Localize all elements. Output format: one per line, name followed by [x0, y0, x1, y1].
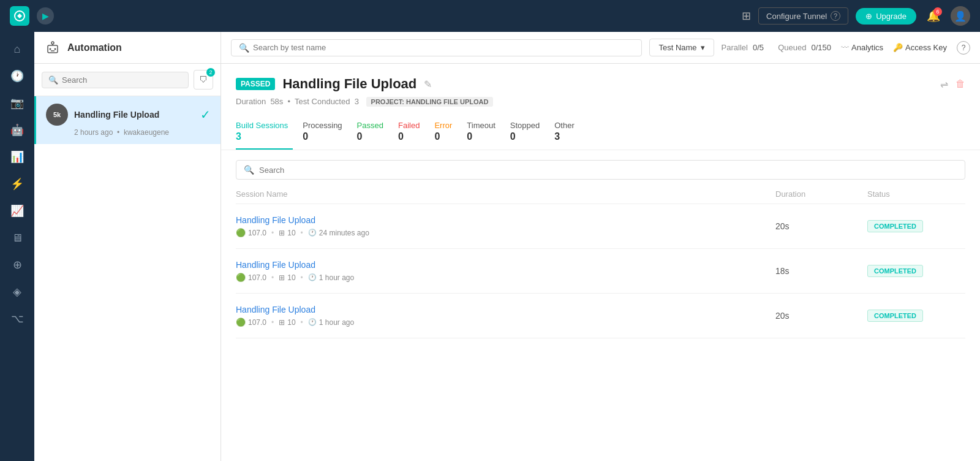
build-item-header: 5k Handling File Upload ✓	[46, 104, 211, 126]
sidebar-item-screenshot[interactable]: 📷	[5, 91, 29, 115]
main-layout: ⌂ 🕐 📷 🤖 📊 ⚡ 📈 🖥 ⊕ ◈ ⌥ Automati	[0, 32, 980, 461]
windows-version: ⊞ 10	[279, 229, 295, 237]
stat-tab-stopped[interactable]: Stopped 0	[510, 116, 554, 150]
build-detail-header: PASSED Handling File Upload ✎ ⇌ 🗑 Durati…	[221, 64, 980, 150]
passed-badge: PASSED	[236, 78, 275, 90]
build-search-input[interactable]	[62, 75, 182, 85]
windows-version: ⊞ 10	[279, 318, 295, 327]
stat-label: Passed	[357, 121, 383, 130]
time-ago: 🕐 1 hour ago	[308, 318, 354, 327]
build-item[interactable]: 5k Handling File Upload ✓ 2 hours ago • …	[34, 96, 221, 144]
sessions-search-input[interactable]	[259, 166, 957, 175]
browser-version: 🟢 107.0	[236, 228, 266, 237]
configure-tunnel-help: ?	[831, 11, 840, 21]
parallel-label: Parallel	[722, 43, 748, 52]
nav-forward-icon[interactable]: ▶	[37, 7, 54, 25]
user-avatar[interactable]: 👤	[951, 6, 970, 26]
session-duration: 18s	[775, 266, 867, 276]
upgrade-icon: ⊕	[865, 12, 872, 21]
test-name-label: Test Name	[658, 43, 696, 52]
stat-tab-failed[interactable]: Failed 0	[398, 116, 434, 150]
session-meta: 🟢 107.0 • ⊞ 10 • 🕐 1 hour ago	[236, 318, 775, 327]
session-row[interactable]: Handling File Upload 🟢 107.0 • ⊞ 10 • 🕐 …	[236, 204, 965, 249]
build-list: 5k Handling File Upload ✓ 2 hours ago • …	[34, 96, 221, 461]
automation-icon	[44, 39, 61, 56]
notifications-bell[interactable]: 🔔 6	[924, 6, 943, 26]
delete-icon[interactable]: 🗑	[956, 78, 965, 90]
stat-label: Stopped	[510, 121, 540, 130]
stat-value: 3	[554, 131, 560, 142]
sidebar-item-clock[interactable]: 🕐	[5, 64, 29, 88]
time-ago: 🕐 24 minutes ago	[308, 229, 369, 237]
session-meta: 🟢 107.0 • ⊞ 10 • 🕐 24 minutes ago	[236, 228, 775, 237]
stat-value: 0	[357, 131, 363, 142]
search-icon: 🔍	[48, 75, 58, 85]
session-info: Handling File Upload 🟢 107.0 • ⊞ 10 • 🕐 …	[236, 305, 775, 327]
toolbar-search-icon: 🔍	[239, 43, 249, 53]
automation-title: Automation	[67, 42, 211, 53]
sessions-list: Handling File Upload 🟢 107.0 • ⊞ 10 • 🕐 …	[236, 204, 965, 338]
completed-badge: COMPLETED	[867, 310, 923, 322]
automation-header: Automation	[34, 32, 221, 64]
test-conducted-value: 3	[355, 97, 359, 106]
test-conducted-label: Test Conducted	[295, 97, 350, 106]
dot-separator: •	[301, 229, 303, 237]
sidebar-item-chart[interactable]: 📈	[5, 199, 29, 223]
svg-point-5	[55, 48, 56, 50]
session-info: Handling File Upload 🟢 107.0 • ⊞ 10 • 🕐 …	[236, 215, 775, 237]
browser-version: 🟢 107.0	[236, 273, 266, 282]
configure-tunnel-button[interactable]: Configure Tunnel ?	[758, 7, 848, 25]
access-key-link[interactable]: 🔑 Access Key	[893, 43, 947, 52]
sidebar-item-analytics2[interactable]: 📊	[5, 145, 29, 169]
build-name: Handling File Upload	[74, 110, 194, 120]
stat-tab-build-sessions[interactable]: Build Sessions 3	[236, 116, 303, 150]
stat-value: 0	[303, 131, 308, 142]
windows-icon: ⊞	[279, 229, 285, 237]
filter-button[interactable]: ⛉ 2	[194, 70, 213, 90]
svg-rect-1	[48, 45, 58, 53]
analytics-link[interactable]: 〰 Analytics	[841, 43, 883, 52]
share-icon[interactable]: ⇌	[940, 78, 948, 90]
stat-tab-processing[interactable]: Processing 0	[303, 116, 356, 150]
sidebar-item-add[interactable]: ⊕	[5, 253, 29, 277]
sidebar-item-bolt[interactable]: ⚡	[5, 172, 29, 196]
sidebar-item-monitor[interactable]: 🖥	[5, 226, 29, 250]
toolbar-search-input[interactable]	[253, 43, 634, 52]
sidebar-item-layers[interactable]: ◈	[5, 280, 29, 304]
stat-tab-passed[interactable]: Passed 0	[357, 116, 398, 150]
grid-icon[interactable]: ⊞	[742, 9, 751, 23]
build-avatar: 5k	[46, 104, 68, 126]
stat-tab-timeout[interactable]: Timeout 0	[467, 116, 510, 150]
svg-point-2	[51, 42, 54, 44]
upgrade-button[interactable]: ⊕ Upgrade	[856, 8, 916, 25]
sidebar: ⌂ 🕐 📷 🤖 📊 ⚡ 📈 🖥 ⊕ ◈ ⌥	[0, 32, 34, 461]
logo-icon[interactable]	[10, 6, 29, 26]
sidebar-item-home[interactable]: ⌂	[5, 37, 29, 61]
top-nav-left: ▶	[10, 6, 54, 26]
sidebar-item-automation[interactable]: 🤖	[5, 118, 29, 142]
queued-label: Queued	[778, 43, 806, 52]
edit-icon[interactable]: ✎	[424, 78, 432, 90]
completed-badge: COMPLETED	[867, 220, 923, 232]
dot-separator: •	[271, 318, 274, 327]
session-row[interactable]: Handling File Upload 🟢 107.0 • ⊞ 10 • 🕐 …	[236, 249, 965, 294]
stat-tab-error[interactable]: Error 0	[434, 116, 467, 150]
session-name: Handling File Upload	[236, 305, 775, 314]
analytics-label: Analytics	[851, 43, 883, 52]
sidebar-item-code[interactable]: ⌥	[5, 307, 29, 331]
clock-icon: 🕐	[308, 229, 317, 237]
toolbar-search[interactable]: 🔍	[231, 39, 642, 56]
sessions-search[interactable]: 🔍	[236, 160, 965, 180]
automation-toolbar: 🔍 Test Name ▾ Parallel 0/5 Queued 0/150 …	[221, 32, 980, 64]
stat-tab-other[interactable]: Other 3	[554, 116, 589, 150]
toolbar-right: Parallel 0/5 Queued 0/150 〰 Analytics 🔑 …	[722, 41, 970, 55]
dot-separator: •	[271, 229, 274, 237]
build-search-bar[interactable]: 🔍	[42, 72, 189, 88]
sessions-table-header: Session Name Duration Status	[236, 189, 965, 204]
session-row[interactable]: Handling File Upload 🟢 107.0 • ⊞ 10 • 🕐 …	[236, 294, 965, 338]
test-name-button[interactable]: Test Name ▾	[649, 39, 714, 56]
clock-icon: 🕐	[308, 318, 317, 326]
build-time-ago: 2 hours ago	[74, 128, 113, 137]
build-subtitle: Duration 58s • Test Conducted 3 PROJECT:…	[236, 97, 965, 106]
help-button[interactable]: ?	[957, 41, 970, 55]
